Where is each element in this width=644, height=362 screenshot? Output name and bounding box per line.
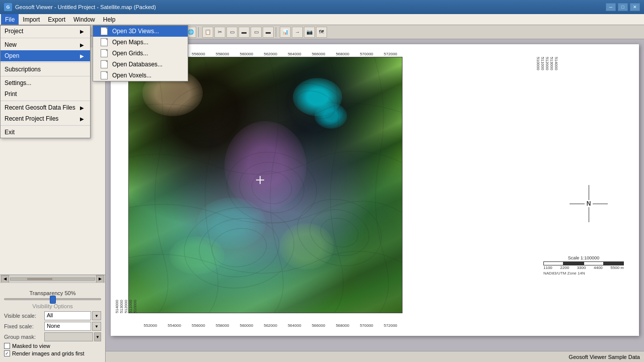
doc-icon-databases [101,60,108,68]
submenu-icon-databases [99,60,109,68]
scale-seg-3 [584,261,604,265]
window-controls: ─ □ ✕ [606,3,640,11]
menu-export[interactable]: Export [44,14,69,25]
scale-nums: 1100 2200 3300 4400 5500 m [543,265,624,270]
svg-point-4 [292,86,339,124]
menu-file[interactable]: File [1,14,19,25]
axis-bot-4: 558000 [210,323,234,328]
compass-h-arm-2 [593,204,608,204]
transparency-slider-container: Transparency 50% [4,290,101,300]
submenu-open-3d[interactable]: Open 3D Views... [93,26,188,37]
menu-help[interactable]: Help [99,14,120,25]
axis-bot-5: 560000 [234,323,259,328]
menu-new-label: New [5,41,17,48]
menu-exit-label: Exit [5,129,15,136]
menu-recent-geosoft-arrow: ▶ [80,105,84,111]
toolbar-chart[interactable]: 📊 [280,27,291,38]
close-button[interactable]: ✕ [630,3,640,11]
axis-left-4: 511000 [128,57,133,313]
maximize-button[interactable]: □ [618,3,628,11]
toolbar-cut[interactable]: ✂ [214,27,225,38]
menu-open[interactable]: Open ▶ [1,50,90,61]
axis-top-4: 558000 [210,52,234,56]
axis-left-5: 510000 [133,57,137,313]
compass-south-arm [589,207,589,222]
axis-top-3: 556000 [186,52,210,56]
menu-recent-project[interactable]: Recent Project Files ▶ [1,113,90,124]
visible-scale-btn[interactable]: ▼ [92,311,101,320]
toolbar-copy[interactable]: 📋 [202,27,213,38]
svg-point-2 [184,96,229,131]
toolbar-rect1[interactable]: ▭ [226,27,237,38]
compass-n-label: N [587,200,591,207]
submenu-icon-maps [99,38,109,46]
group-mask-label: Group mask: [4,334,44,340]
menu-new[interactable]: New ▶ [1,39,90,50]
menu-project[interactable]: Project ▶ [1,26,90,37]
submenu-open-grids[interactable]: Open Grids... [93,48,188,59]
transparency-track[interactable] [4,298,101,300]
menu-import[interactable]: Import [19,14,44,25]
axis-bot-2: 554000 [163,323,187,328]
toolbar-sep-2 [198,27,200,37]
fixed-scale-field[interactable]: None [44,322,91,331]
submenu-open-voxels[interactable]: Open Voxels... [93,70,188,81]
menu-settings-label: Settings... [5,79,31,86]
toolbar-camera[interactable]: 📷 [304,27,315,38]
scale-bar-graphic [543,261,624,265]
render-images-row[interactable]: Render images and grids first [4,350,101,356]
masked-to-view-checkbox[interactable] [4,343,10,349]
axis-top-11: 572000 [378,52,403,56]
bottom-controls: Transparency 50% Visibility Options Visi… [0,283,105,362]
menu-project-label: Project [5,28,23,35]
toolbar-rect3[interactable]: ▭ [251,27,262,38]
toolbar-arrow[interactable]: → [292,27,303,38]
visible-scale-field[interactable]: All [44,311,91,320]
map-canvas[interactable]: 552000 554000 556000 558000 560000 56200… [106,39,644,351]
submenu-open-maps[interactable]: Open Maps... [93,37,188,48]
menu-settings[interactable]: Settings... [1,77,90,88]
scale-title: Scale 1:100000 [543,255,624,260]
scale-projection: NAD83/UTM Zone 14N [543,271,624,276]
fixed-scale-btn[interactable]: ▼ [92,322,101,331]
group-mask-arrow[interactable]: ▼ [94,332,101,341]
visible-scale-label: Visible scale: [4,313,44,319]
menu-bar: File Import Export Window Help [0,14,644,25]
toolbar-sep-3 [276,27,278,37]
minimize-button[interactable]: ─ [606,3,616,11]
status-text: Geosoft Viewer Sample Data [569,354,640,360]
axis-top-6: 562000 [259,52,283,56]
submenu-open-3d-label: Open 3D Views... [112,28,159,35]
toolbar-rect2[interactable]: ▬ [238,27,250,38]
compass-north-arm [589,185,589,200]
masked-to-view-row[interactable]: Masked to view [4,343,101,349]
menu-subscriptions[interactable]: Subscriptions [1,64,90,75]
submenu-open-maps-label: Open Maps... [112,39,148,46]
axis-bot-7: 564000 [282,323,306,328]
scroll-right-arrow[interactable]: ▶ [96,275,104,283]
menu-window[interactable]: Window [69,14,99,25]
scroll-left-arrow[interactable]: ◀ [1,275,9,283]
axis-bot-11: 572000 [378,323,403,328]
menu-recent-geosoft-label: Recent Geosoft Data Files [5,104,75,111]
app-icon: G [4,3,12,11]
toolbar-map[interactable]: 🗺 [316,27,327,38]
horizontal-scrollbar[interactable]: ◀ ▶ [0,275,105,283]
axis-bottom: 552000 554000 556000 558000 560000 56200… [128,322,403,329]
submenu-open-databases[interactable]: Open Databases... [93,59,188,70]
render-images-checkbox[interactable] [4,350,10,356]
file-menu: Project ▶ New ▶ Open ▶ Subscriptions Set… [0,25,91,138]
group-mask-row: Group mask: ▼ [4,332,101,341]
axis-bot-10: 570000 [355,323,379,328]
menu-sep-5 [1,125,90,126]
menu-print[interactable]: Print [1,88,90,100]
scale-num-3: 3300 [577,265,586,270]
crosshair-cursor [256,176,264,184]
axis-top-10: 570000 [355,52,379,56]
toolbar-rect4[interactable]: ▬ [263,27,274,38]
visibility-options-label: Visibility Options [4,303,101,309]
transparency-thumb[interactable] [50,296,56,304]
menu-exit[interactable]: Exit [1,127,90,138]
menu-recent-geosoft[interactable]: Recent Geosoft Data Files ▶ [1,102,90,113]
scroll-track[interactable] [10,278,95,281]
